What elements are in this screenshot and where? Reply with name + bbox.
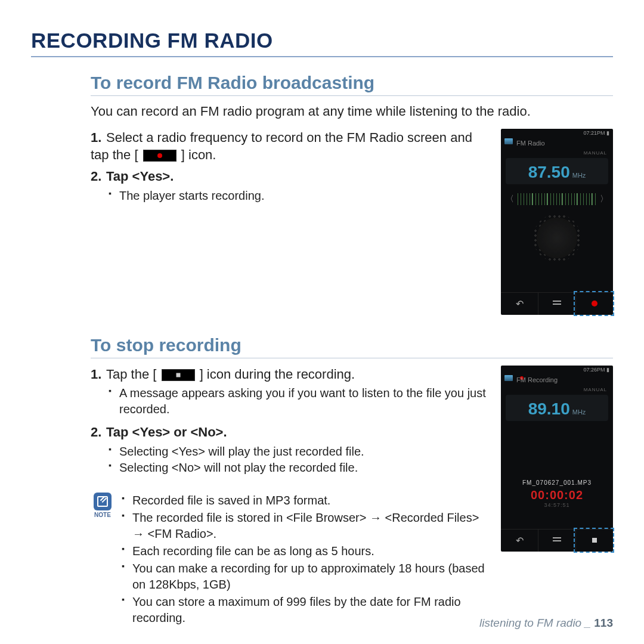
- note-icon: [94, 493, 112, 510]
- stop-step-1-pre: Tap the [: [106, 367, 156, 382]
- chevron-left-icon: 〈: [506, 194, 514, 205]
- device2-back-button[interactable]: [501, 530, 538, 552]
- device-screenshot-stop: 07:26PM ▮ FM Recording MANUAL 89.10MHz F…: [501, 366, 613, 552]
- page-title: RECORDING FM RADIO: [31, 29, 613, 57]
- record-step-1: 1.Select a radio frequency to record on …: [91, 129, 494, 164]
- device2-frequency-display: 89.10MHz: [506, 395, 608, 421]
- device2-statusbar: 07:26PM ▮: [501, 366, 613, 375]
- stop-step-1: 1.Tap the [ ] icon during the recording.…: [91, 366, 494, 418]
- stop-step-2: 2.Tap <Yes> or <No>. Selecting <Yes> wil…: [91, 423, 494, 476]
- page-footer: listening to FM radio _ 113: [479, 617, 613, 630]
- device1-menu-button[interactable]: [538, 293, 575, 315]
- section-stop: To stop recording 1.Tap the [ ] icon dur…: [91, 335, 613, 627]
- device2-rec-time: 00:00:02: [501, 488, 613, 502]
- section-record-title: To record FM Radio broadcasting: [91, 73, 613, 96]
- device1-frequency: 87.50: [528, 163, 570, 182]
- footer-text: listening to FM radio _: [479, 617, 594, 629]
- stop-step-1-sub: A message appears asking you if you want…: [109, 385, 494, 417]
- device2-filename: FM_070627_001.MP3: [501, 479, 613, 486]
- device1-speaker-icon: [533, 214, 581, 262]
- device2-frequency: 89.10: [528, 400, 570, 419]
- record-step-1-post: ] icon.: [181, 147, 216, 162]
- record-step-2-text: Tap <Yes>.: [106, 169, 174, 184]
- device2-mode: MANUAL: [501, 387, 613, 395]
- note-label: NOTE: [91, 512, 114, 518]
- record-step-2: 2.Tap <Yes>. The player starts recording…: [91, 168, 494, 204]
- record-icon: [143, 150, 177, 162]
- section-record-intro: You can record an FM radio program at an…: [91, 103, 613, 120]
- device1-tuner: 〈 〉: [506, 191, 608, 207]
- device2-app-title: FM Recording: [501, 375, 613, 387]
- stop-step-2-sub-b: Selecting <No> will not play the recorde…: [109, 460, 494, 476]
- note-item-1: Recorded file is saved in MP3 format.: [122, 493, 494, 509]
- section-record: To record FM Radio broadcasting You can …: [91, 73, 613, 315]
- stop-step-2-text: Tap <Yes> or <No>.: [106, 425, 227, 439]
- section-stop-title: To stop recording: [91, 335, 613, 358]
- device-screenshot-record: 07:21PM ▮ FM Radio MANUAL 87.50MHz 〈 〉: [501, 129, 613, 315]
- device2-menu-button[interactable]: [538, 530, 575, 552]
- note-item-3: Each recording file can be as long as 5 …: [122, 543, 494, 559]
- device1-unit: MHz: [572, 172, 586, 179]
- chevron-right-icon: 〉: [600, 194, 608, 205]
- device2-unit: MHz: [572, 408, 586, 416]
- page-number: 113: [594, 617, 613, 629]
- note-item-5: You can store a maximum of 999 files by …: [122, 594, 494, 626]
- note-item-2: The recorded file is stored in <File Bro…: [122, 510, 494, 542]
- device2-rec-remain: 34:57:51: [501, 502, 613, 508]
- device1-frequency-display: 87.50MHz: [506, 158, 608, 184]
- device1-mode: MANUAL: [501, 150, 613, 158]
- stop-step-2-sub-a: Selecting <Yes> will play the just recor…: [109, 444, 494, 460]
- device1-app-title: FM Radio: [501, 138, 613, 150]
- note-block: NOTE Recorded file is saved in MP3 forma…: [91, 493, 494, 627]
- note-item-4: You can make a recording for up to appro…: [122, 561, 494, 593]
- stop-step-1-post: ] icon during the recording.: [200, 367, 355, 382]
- device1-record-button[interactable]: [575, 293, 613, 315]
- record-step-2-sub: The player starts recording.: [109, 188, 494, 204]
- device1-statusbar: 07:21PM ▮: [501, 129, 613, 138]
- device1-back-button[interactable]: [501, 293, 538, 315]
- stop-icon: [162, 369, 195, 381]
- device2-stop-button[interactable]: [575, 530, 613, 552]
